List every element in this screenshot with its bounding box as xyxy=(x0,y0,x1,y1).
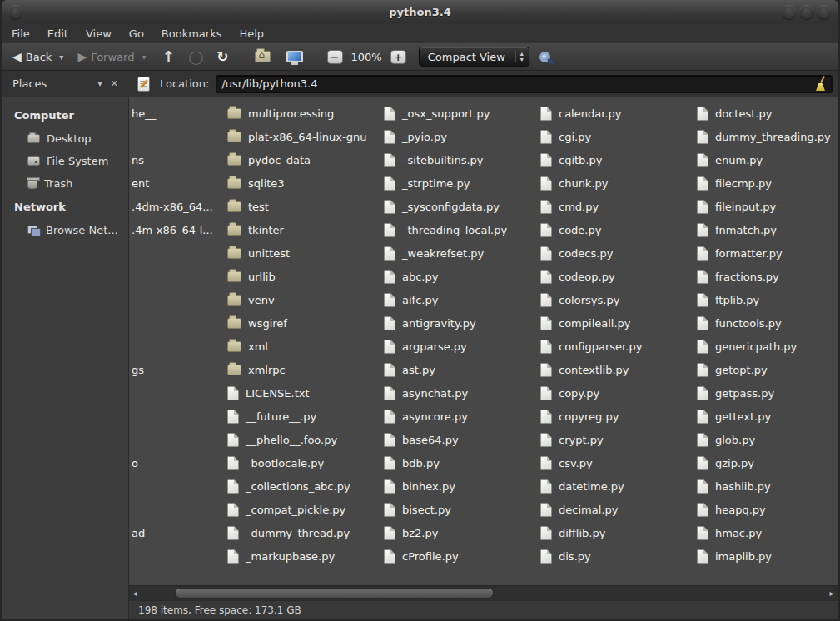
window-menu-button[interactable] xyxy=(8,5,22,19)
forward-button[interactable]: ▶ Forward xyxy=(72,48,139,66)
home-button[interactable] xyxy=(255,51,271,62)
file-item[interactable]: _collections_abc.py xyxy=(227,474,350,498)
folder-item[interactable]: plat-x86_64-linux-gnu xyxy=(227,125,366,148)
file-item[interactable]: binhex.py xyxy=(384,474,455,498)
file-item[interactable]: glob.py xyxy=(697,428,755,451)
file-item-truncated[interactable]: he__ xyxy=(132,102,156,125)
forward-history-dropdown[interactable]: ▾ xyxy=(139,51,148,63)
file-item[interactable]: gzip.py xyxy=(697,451,754,474)
file-item[interactable]: crypt.py xyxy=(540,428,604,451)
view-mode-select[interactable]: Compact View ▴▾ xyxy=(419,47,529,67)
zoom-in-button[interactable]: + xyxy=(390,50,406,64)
file-item[interactable]: imaplib.py xyxy=(697,544,772,568)
file-item[interactable]: chunk.py xyxy=(540,171,608,195)
file-item[interactable]: cgitb.py xyxy=(540,148,602,171)
maximize-button[interactable] xyxy=(799,5,813,19)
file-item[interactable]: bz2.py xyxy=(384,521,438,544)
close-side-pane-button[interactable]: ✕ xyxy=(107,78,122,89)
refresh-button[interactable]: ↻ xyxy=(216,48,228,65)
file-item[interactable]: __future__.py xyxy=(227,405,316,428)
file-item[interactable]: functools.py xyxy=(697,311,782,335)
folder-item[interactable]: tkinter xyxy=(227,218,284,241)
edit-location-button[interactable] xyxy=(137,77,150,92)
horizontal-scrollbar[interactable]: ◂ ▸ xyxy=(129,585,838,600)
file-item[interactable]: abc.py xyxy=(384,265,438,288)
file-item[interactable]: ftplib.py xyxy=(697,288,759,311)
file-item-truncated[interactable]: o xyxy=(132,451,138,474)
file-item-truncated[interactable]: ent xyxy=(132,171,149,195)
folder-item[interactable]: venv xyxy=(227,288,275,311)
file-item[interactable]: __phello__.foo.py xyxy=(227,428,337,451)
scroll-right-button[interactable]: ▸ xyxy=(826,586,838,600)
sidebar-item-browse-network[interactable]: Browse Net... xyxy=(2,219,128,241)
file-item[interactable]: _sysconfigdata.py xyxy=(384,195,500,218)
file-item[interactable]: aifc.py xyxy=(384,288,438,311)
location-input[interactable] xyxy=(221,77,814,90)
folder-item[interactable]: pydoc_data xyxy=(227,148,311,171)
file-item[interactable]: copy.py xyxy=(540,381,599,405)
menu-bookmarks[interactable]: Bookmarks xyxy=(162,27,222,40)
file-item-truncated[interactable]: ad xyxy=(132,521,145,544)
file-item[interactable]: asynchat.py xyxy=(384,381,468,405)
scrollbar-thumb[interactable] xyxy=(175,588,494,599)
folder-item[interactable]: sqlite3 xyxy=(227,171,285,195)
file-item[interactable]: gettext.py xyxy=(697,405,771,428)
clear-location-broom-icon[interactable] xyxy=(814,77,827,91)
file-item[interactable]: fileinput.py xyxy=(697,195,776,218)
stop-button[interactable]: ◯ xyxy=(188,49,203,65)
file-item[interactable]: _pyio.py xyxy=(384,125,447,148)
file-item[interactable]: asyncore.py xyxy=(384,405,468,428)
file-item[interactable]: fractions.py xyxy=(697,265,779,288)
file-item[interactable]: _strptime.py xyxy=(384,171,470,195)
file-item[interactable]: contextlib.py xyxy=(540,358,629,381)
file-item[interactable]: filecmp.py xyxy=(697,171,772,195)
file-item[interactable]: datetime.py xyxy=(540,474,624,498)
scroll-left-button[interactable]: ◂ xyxy=(129,586,141,600)
sidebar-item-trash[interactable]: Trash xyxy=(2,172,128,195)
file-item[interactable]: copyreg.py xyxy=(540,405,619,428)
file-item-truncated[interactable]: gs xyxy=(132,358,144,381)
folder-item[interactable]: xmlrpc xyxy=(227,358,286,381)
folder-item[interactable]: wsgiref xyxy=(227,311,287,335)
file-item[interactable]: LICENSE.txt xyxy=(227,381,310,405)
file-item[interactable]: antigravity.py xyxy=(384,311,476,335)
file-item[interactable]: getopt.py xyxy=(697,358,768,381)
folder-item[interactable]: urllib xyxy=(227,265,276,288)
places-dropdown-button[interactable]: ▾ xyxy=(93,78,107,89)
file-item[interactable]: decimal.py xyxy=(540,498,618,521)
file-item[interactable]: _osx_support.py xyxy=(384,102,490,125)
file-item[interactable]: hmac.py xyxy=(697,521,762,544)
file-item[interactable]: _dummy_thread.py xyxy=(227,521,350,544)
file-item[interactable]: bisect.py xyxy=(384,498,451,521)
file-item[interactable]: _sitebuiltins.py xyxy=(384,148,484,171)
file-item-truncated[interactable]: .4m-x86_64-l... xyxy=(132,218,213,241)
minimize-button[interactable] xyxy=(782,5,796,19)
file-item[interactable]: cgi.py xyxy=(540,125,591,148)
file-grid[interactable]: he__nsent.4dm-x86_64....4m-x86_64-l...gs… xyxy=(129,97,838,585)
back-button[interactable]: ◀ Back xyxy=(7,48,57,66)
sidebar-item-desktop[interactable]: Desktop xyxy=(2,127,128,150)
file-item[interactable]: csv.py xyxy=(540,451,593,474)
file-item[interactable]: _threading_local.py xyxy=(384,218,507,241)
folder-item[interactable]: test xyxy=(227,195,269,218)
file-item[interactable]: dummy_threading.py xyxy=(697,125,831,148)
file-item[interactable]: _markupbase.py xyxy=(227,544,335,568)
file-item[interactable]: getpass.py xyxy=(697,381,774,405)
file-item[interactable]: argparse.py xyxy=(384,335,467,358)
file-item[interactable]: fnmatch.py xyxy=(697,218,777,241)
file-item[interactable]: doctest.py xyxy=(697,102,772,125)
file-item[interactable]: calendar.py xyxy=(540,102,621,125)
file-item[interactable]: _compat_pickle.py xyxy=(227,498,345,521)
up-button[interactable]: ↑ xyxy=(162,47,175,66)
file-item-truncated[interactable]: .4dm-x86_64... xyxy=(132,195,213,218)
menu-go[interactable]: Go xyxy=(129,27,144,40)
folder-item[interactable]: unittest xyxy=(227,241,290,265)
file-item[interactable]: base64.py xyxy=(384,428,459,451)
file-item[interactable]: difflib.py xyxy=(540,521,605,544)
folder-item[interactable]: multiprocessing xyxy=(227,102,334,125)
file-item[interactable]: _bootlocale.py xyxy=(227,451,324,474)
sidebar-item-file-system[interactable]: File System xyxy=(2,150,128,172)
file-item[interactable]: cProfile.py xyxy=(384,544,459,568)
file-item[interactable]: genericpath.py xyxy=(697,335,797,358)
zoom-out-button[interactable]: − xyxy=(327,50,343,64)
